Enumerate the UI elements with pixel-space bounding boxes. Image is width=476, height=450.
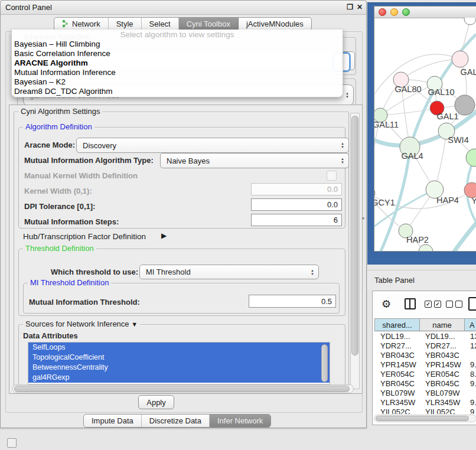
algorithm-dropdown: Select algorithm to view settings Bayesi…: [11, 30, 343, 97]
list-item[interactable]: gal4RGexp: [28, 373, 330, 383]
manual-kernel-checkbox[interactable]: [327, 171, 337, 181]
deselect-all-checkboxes-icon[interactable]: [446, 301, 462, 308]
aracne-mode-label: Aracne Mode:: [24, 141, 75, 149]
node-label: SWI4: [448, 135, 468, 145]
stepper-down-icon: ▼: [341, 161, 344, 164]
mi-type-combo[interactable]: Naive Bayes ▲▼: [160, 153, 349, 168]
network-window[interactable]: GAL GAL80 GAL10 GAL1 GAL11 SWI4 GAL4 HAP…: [374, 6, 476, 252]
mi-threshold-field[interactable]: 0.5: [249, 295, 336, 308]
table-row[interactable]: YLR345WYLR345W9.: [375, 398, 476, 407]
settings-vscrollbar[interactable]: [350, 113, 360, 389]
select-all-checkboxes-icon[interactable]: ✓ ✓: [425, 301, 441, 308]
node[interactable]: [452, 51, 468, 67]
network-window-titlebar[interactable]: [374, 6, 476, 18]
kernel-width-field: 0.0: [251, 183, 342, 195]
table-row[interactable]: YIL052CYIL052C9: [375, 407, 476, 414]
dropdown-item[interactable]: Dream8 DC_TDC Algorithm: [12, 87, 343, 96]
hub-expander-arrow-icon[interactable]: ▶: [161, 231, 167, 240]
stepper-down-icon: ▼: [341, 145, 344, 149]
table-panel-titlebar[interactable]: Table Panel: [367, 270, 476, 290]
dpi-tolerance-label: DPI Tolerance [0,1]:: [24, 202, 95, 211]
tab-impute-data[interactable]: Impute Data: [84, 415, 142, 427]
tab-infer-network[interactable]: Infer Network: [210, 415, 270, 427]
mi-steps-field[interactable]: 6: [251, 214, 342, 226]
which-threshold-label: Which threshold to use:: [51, 268, 138, 276]
split-columns-icon[interactable]: [405, 298, 416, 309]
table-hscrollbar-thumb[interactable]: [376, 416, 469, 421]
node[interactable]: [419, 244, 433, 251]
aracne-mode-combo[interactable]: Discovery ▲▼: [76, 138, 349, 153]
tab-select[interactable]: Select: [142, 18, 179, 30]
new-column-icon[interactable]: [468, 297, 476, 311]
panel-divider-arrow-icon[interactable]: ◂: [361, 215, 364, 221]
mi-type-value: Naive Bayes: [167, 156, 210, 165]
dropdown-item-aracne[interactable]: ARACNE Algorithm: [12, 58, 343, 68]
control-panel-tabbar: Network Style Select Cyni Toolbox jActiv…: [54, 17, 312, 31]
data-attributes-label: Data Attributes: [23, 331, 78, 340]
tab-jactivemnodules[interactable]: jActiveMNodules: [239, 18, 311, 30]
settings-hscrollbar[interactable]: [12, 384, 354, 393]
stepper-down-icon: ▼: [345, 95, 349, 99]
table-row[interactable]: YBR045CYBR045C9.: [375, 379, 476, 389]
tab-discretize-data[interactable]: Discretize Data: [142, 415, 210, 427]
close-traffic-light[interactable]: [379, 8, 386, 16]
table-body[interactable]: YDL19...YDL19...13 YDR27...YDR27...12 YB…: [375, 332, 476, 414]
edge: [444, 213, 476, 251]
cyni-settings-legend: Cyni Algorithm Settings: [18, 107, 102, 116]
list-vscrollbar-thumb[interactable]: [321, 344, 328, 382]
tab-impute-data-label: Impute Data: [92, 416, 133, 425]
list-item[interactable]: SelfLoops: [28, 343, 330, 353]
which-threshold-value: MI Threshold: [146, 268, 191, 276]
table-row[interactable]: YDL19...YDL19...13: [375, 332, 476, 341]
restore-panel-button[interactable]: [7, 438, 17, 448]
dropdown-item[interactable]: Bayesian – Hill Climbing: [12, 40, 343, 49]
sources-legend[interactable]: Sources for Network Inference ▼: [23, 319, 140, 328]
check-glyph: ✓: [435, 301, 440, 307]
list-item[interactable]: BetweennessCentrality: [28, 363, 330, 373]
dpi-tolerance-field[interactable]: 0.0: [251, 198, 342, 211]
column-header-name[interactable]: name: [420, 319, 465, 331]
apply-button[interactable]: Apply: [138, 395, 174, 409]
column-header-a[interactable]: A: [465, 319, 476, 331]
table-row[interactable]: YBR043CYBR043C: [375, 351, 476, 360]
tab-discretize-data-label: Discretize Data: [149, 416, 201, 425]
node-label: HAP4: [436, 195, 459, 205]
algorithm-definition-legend: Algorithm Definition: [23, 122, 94, 131]
column-header-shared-name[interactable]: shared...: [375, 319, 420, 331]
settings-vscrollbar-thumb[interactable]: [351, 116, 358, 356]
dropdown-item[interactable]: Basic Correlation Inference: [12, 49, 343, 58]
table-hscrollbar[interactable]: [374, 415, 476, 422]
which-threshold-combo[interactable]: MI Threshold ▲▼: [139, 265, 319, 279]
settings-hscrollbar-thumb[interactable]: [14, 386, 350, 392]
zoom-traffic-light[interactable]: [402, 8, 410, 16]
gear-icon[interactable]: ⚙: [382, 298, 391, 311]
table-row[interactable]: YER054CYER054C8.: [375, 370, 476, 379]
table-row[interactable]: YPR145WYPR145W9.: [375, 360, 476, 370]
minimize-traffic-light[interactable]: [390, 8, 398, 16]
node[interactable]: [464, 18, 476, 25]
tab-style[interactable]: Style: [109, 18, 142, 30]
table-row[interactable]: YDR27...YDR27...12: [375, 341, 476, 351]
hub-expander-label[interactable]: Hub/Transcription Factor Definition: [23, 232, 146, 241]
control-panel-titlebar[interactable]: Control Panel ❐ ✕: [1, 1, 366, 15]
sources-legend-label: Sources for Network Inference: [25, 319, 129, 328]
table-row[interactable]: YBL079WYBL079W: [375, 389, 476, 398]
close-icon[interactable]: ✕: [357, 3, 363, 11]
dropdown-item[interactable]: Mutual Information Inference: [12, 68, 343, 77]
bottom-tabbar: Impute Data Discretize Data Infer Networ…: [83, 414, 271, 428]
node-label: GAL: [460, 67, 476, 77]
table-header-row: shared... name A: [374, 318, 476, 331]
restore-icon[interactable]: ❐: [347, 3, 353, 11]
tab-style-label: Style: [116, 19, 133, 28]
list-item[interactable]: TopologicalCoefficient: [28, 353, 330, 363]
dropdown-item[interactable]: Bayesian – K2: [12, 77, 343, 87]
tab-network[interactable]: Network: [54, 18, 109, 30]
node[interactable]: [466, 149, 476, 167]
window-title: Control Panel: [5, 3, 52, 12]
data-attributes-list[interactable]: SelfLoops TopologicalCoefficient Between…: [28, 342, 330, 384]
tab-cyni-toolbox[interactable]: Cyni Toolbox: [179, 18, 239, 30]
table-toolbar: ⚙ ✓ ✓: [373, 291, 476, 318]
sources-collapse-icon[interactable]: ▼: [131, 321, 138, 328]
network-canvas[interactable]: GAL GAL80 GAL10 GAL1 GAL11 SWI4 GAL4 HAP…: [374, 18, 476, 251]
node-label: GCY1: [374, 198, 395, 207]
